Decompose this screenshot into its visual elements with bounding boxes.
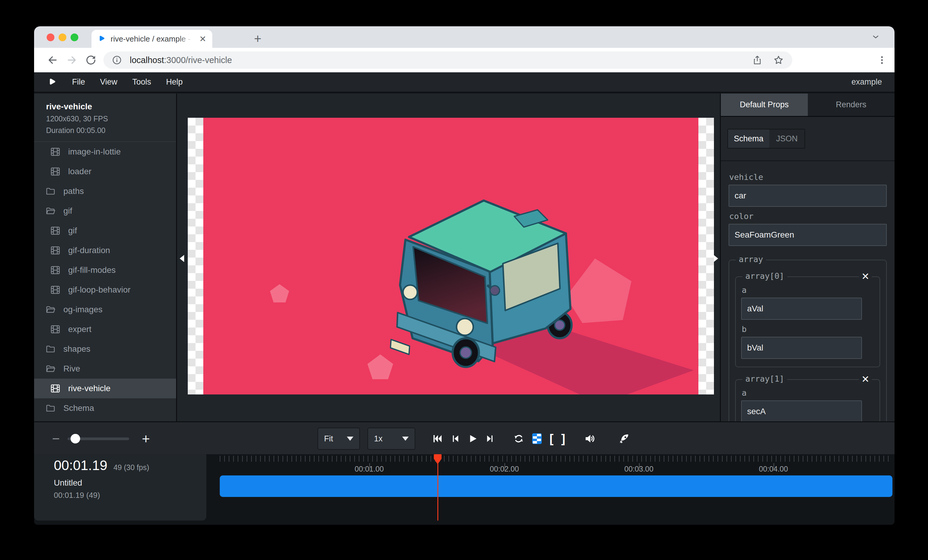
sidebar-item-rive[interactable]: Rive [34,359,176,379]
vehicle-illustration [203,118,698,394]
menu-help[interactable]: Help [159,78,191,87]
array0-a-input[interactable]: aVal [741,298,862,320]
app-menu-bar: File View Tools Help example [34,72,894,93]
field-input-color[interactable]: SeaFoamGreen [729,224,887,246]
sidebar-item-rive-vehicle[interactable]: rive-vehicle [34,379,176,398]
reload-icon[interactable] [84,53,98,67]
sidebar-item-expert[interactable]: expert [34,320,176,339]
url-bar[interactable]: localhost:3000/rive-vehicle [104,52,792,69]
forward-icon[interactable] [64,53,79,67]
bookmark-star-icon[interactable] [773,55,784,65]
toggle-json[interactable]: JSON [769,129,804,148]
jump-to-start-icon[interactable] [432,433,443,444]
browser-menu-icon[interactable] [875,53,889,67]
render-rocket-icon[interactable] [618,433,630,445]
sidebar-item-shapes[interactable]: shapes [34,339,176,359]
play-icon[interactable] [468,434,478,444]
remove-item-icon[interactable]: ✕ [859,271,872,282]
transparency-checkerboard-icon[interactable] [532,433,542,444]
sidebar-item-paths[interactable]: paths [34,181,176,201]
speed-select[interactable]: 1x [368,428,415,450]
timeline-info-panel: 00:01.19 49 (30 fps) Untitled 00:01.19 (… [34,454,206,520]
menu-view[interactable]: View [93,78,125,87]
back-icon[interactable] [46,53,60,67]
browser-tab[interactable]: rive-vehicle / example - Remoti ✕ [92,30,212,48]
sidebar-item-gif-loop-behavior[interactable]: gif-loop-behavior [34,280,176,300]
transparency-checkerboard-left [188,118,203,394]
zoom-in-button[interactable]: + [137,431,154,447]
share-icon[interactable] [752,55,762,65]
zoom-slider-knob[interactable] [70,434,80,443]
project-label: example [852,78,882,87]
props-panel: Default Props Renders Schema JSON vehicl… [720,94,894,422]
compositions-sidebar: rive-vehicle 1200x630, 30 FPS Duration 0… [34,94,177,422]
tab-search-chevron-icon[interactable] [871,32,880,41]
sidebar-item-loader[interactable]: loader [34,162,176,181]
composition-duration: Duration 00:05.00 [46,126,176,135]
tab-close-icon[interactable]: ✕ [199,34,206,44]
zoom-slider[interactable] [67,437,129,440]
timeline-track[interactable] [220,475,893,497]
zoom-out-button[interactable]: − [49,431,63,446]
array1-a-input[interactable]: secA [741,400,862,422]
pentagon-left [270,284,289,303]
array0-b-input[interactable]: bVal [741,337,862,359]
previous-frame-icon[interactable] [450,434,460,443]
sidebar-item-gif-folder[interactable]: gif [34,201,176,221]
collapse-left-panel-icon[interactable] [180,255,184,262]
film-icon-label: image-in-lottie [68,147,121,157]
window-minimize-icon[interactable] [59,33,66,41]
remove-item-icon[interactable]: ✕ [859,373,872,385]
window-close-icon[interactable] [47,33,54,41]
size-select[interactable]: Fit [317,428,360,450]
mark-in-icon[interactable]: [ [549,433,553,445]
tab-strip: rive-vehicle / example - Remoti ✕ + [34,26,894,48]
sidebar-item-gif-duration[interactable]: gif-duration [34,240,176,260]
track-name[interactable]: Untitled [54,478,206,488]
array-fieldset: array array[0] ✕ a aVal b bVal array[1] … [729,260,887,422]
track-range: 00:01.19 (49) [54,491,206,500]
remotion-favicon-icon [98,35,105,43]
sidebar-item-gif[interactable]: gif [34,221,176,240]
format-toggle-row: Schema JSON [721,117,894,161]
new-tab-button[interactable]: + [249,30,266,47]
frame-info: 49 (30 fps) [114,463,150,472]
menu-file[interactable]: File [64,78,93,87]
volume-icon[interactable] [584,433,596,445]
composition-dimensions: 1200x630, 30 FPS [46,114,176,123]
pentagon-right [566,259,632,323]
tab-renders[interactable]: Renders [808,94,895,116]
window-zoom-icon[interactable] [70,33,78,41]
browser-window: rive-vehicle / example - Remoti ✕ + [34,26,894,525]
field-label-vehicle: vehicle [729,172,887,182]
chevron-down-icon [402,437,409,441]
collapse-right-panel-icon[interactable] [714,255,718,262]
url-text: localhost:3000/rive-vehicle [130,55,752,65]
field-input-vehicle[interactable]: car [729,185,887,207]
composition-canvas[interactable] [188,118,714,394]
preview-area [178,94,720,422]
sidebar-item-gif-fill-modes[interactable]: gif-fill-modes [34,260,176,280]
sidebar-item-image-in-lottie[interactable]: image-in-lottie [34,142,176,162]
menu-tools[interactable]: Tools [125,78,159,87]
transparency-checkerboard-right [698,118,714,394]
array-item-0: array[0] ✕ a aVal b bVal [735,276,880,367]
canvas-zoom-control: − + [49,422,154,455]
mark-out-icon[interactable]: ] [561,433,565,445]
transport-bar: − + Fit 1x [34,422,894,454]
toggle-schema[interactable]: Schema [728,129,769,148]
array-legend: array [736,255,766,264]
pentagon-bottom [368,355,393,379]
sidebar-item-schema[interactable]: Schema [34,398,176,418]
timeline: 00:01.19 49 (30 fps) Untitled 00:01.19 (… [34,454,894,525]
timeline-ruler[interactable]: 00:01.00 00:02.00 00:03.00 00:04.00 [220,456,893,462]
field-label-color: color [729,212,887,221]
loop-icon[interactable] [513,433,524,444]
sidebar-item-og-images[interactable]: og-images [34,300,176,320]
remotion-logo-icon[interactable] [47,78,56,87]
jump-to-end-icon[interactable] [485,434,495,443]
playhead-handle[interactable] [434,454,442,465]
project-info: rive-vehicle 1200x630, 30 FPS Duration 0… [34,94,176,142]
site-info-icon[interactable] [112,55,122,65]
tab-default-props[interactable]: Default Props [721,94,808,116]
